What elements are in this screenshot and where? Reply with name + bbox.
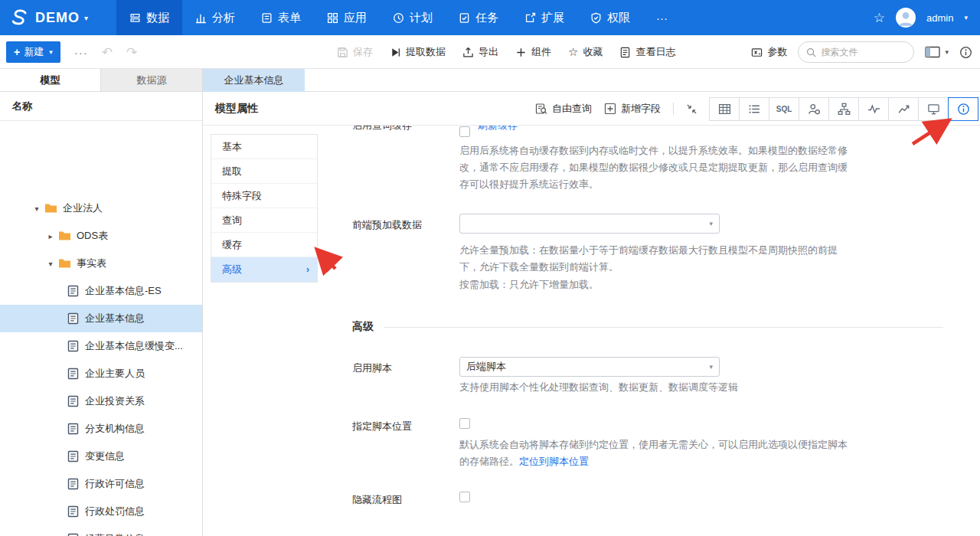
menu-item-basic[interactable]: 基本 xyxy=(211,135,317,159)
doc-tab-active[interactable]: 企业基本信息 xyxy=(203,69,305,92)
menu-item-extract[interactable]: 提取 xyxy=(211,159,317,184)
sql-view-icon[interactable]: SQL xyxy=(769,97,799,121)
extract-data-button[interactable]: 提取数据 xyxy=(390,45,446,59)
monitor-icon[interactable] xyxy=(918,97,949,121)
menu-item-special-fields[interactable]: 特殊字段 xyxy=(211,184,317,208)
add-component-button[interactable]: 组件 xyxy=(515,45,551,59)
tree-item[interactable]: 行政许可信息 xyxy=(0,470,202,498)
nav-tab-permissions[interactable]: 权限 xyxy=(577,0,643,35)
trend-icon[interactable] xyxy=(888,97,919,121)
nav-tab-data[interactable]: 数据 xyxy=(116,0,182,35)
parameter-icon xyxy=(751,47,763,58)
add-field-button[interactable]: 新增字段 xyxy=(604,102,661,116)
tree-item-selected[interactable]: 企业基本信息 xyxy=(0,305,202,332)
tree-folder[interactable]: ▾ 企业法人 xyxy=(0,194,202,222)
table-view-icon[interactable] xyxy=(709,97,740,121)
info-icon[interactable] xyxy=(959,46,972,59)
collapse-icon[interactable] xyxy=(686,103,697,115)
view-logs-label: 查看日志 xyxy=(635,45,675,59)
model-document-icon xyxy=(67,368,79,380)
user-config-icon[interactable] xyxy=(799,97,829,121)
parameters-button[interactable]: 参数 xyxy=(751,45,787,59)
tree-item[interactable]: 企业基本信息缓慢变... xyxy=(0,332,202,360)
section-divider xyxy=(384,327,943,328)
new-button[interactable]: + 新建 ▾ xyxy=(6,41,60,63)
nav-tab-apps[interactable]: 应用 xyxy=(314,0,380,35)
layout-view-icon[interactable] xyxy=(925,46,940,58)
model-document-icon xyxy=(67,505,79,518)
pulse-icon[interactable] xyxy=(858,97,889,121)
model-document-icon xyxy=(67,285,79,297)
toolbar-left-group: + 新建 ▾ ··· ↶ ↷ xyxy=(6,35,137,69)
cache-checkbox[interactable] xyxy=(459,126,470,137)
tree-folder[interactable]: ▾ 事实表 xyxy=(0,250,202,277)
tree-item[interactable]: 变更信息 xyxy=(0,443,202,470)
chevron-right-icon[interactable]: ▸ xyxy=(44,232,57,240)
org-chart-icon[interactable] xyxy=(828,97,859,121)
tree-item[interactable]: 企业主要人员 xyxy=(0,360,202,387)
chevron-down-icon[interactable]: ▾ xyxy=(964,14,968,21)
chevron-down-icon: ▾ xyxy=(84,14,88,22)
panel-header: 模型属性 自由查询 新增字段 SQL xyxy=(203,92,980,126)
undo-icon[interactable]: ↶ xyxy=(102,44,113,60)
tree-item[interactable]: 企业投资关系 xyxy=(0,387,202,415)
folder-icon xyxy=(58,230,71,241)
chevron-down-icon[interactable]: ▾ xyxy=(945,48,949,56)
hide-flowchart-checkbox[interactable] xyxy=(459,492,470,502)
favorite-label: 收藏 xyxy=(583,45,603,59)
component-label: 组件 xyxy=(531,45,551,59)
avatar[interactable] xyxy=(896,8,916,28)
favorite-star-icon[interactable]: ☆ xyxy=(874,10,885,26)
user-name[interactable]: admin xyxy=(926,12,953,24)
redo-icon[interactable]: ↷ xyxy=(126,44,137,60)
script-location-checkbox[interactable] xyxy=(459,418,470,429)
preload-description-1: 允许全量预加载：在数据量小于等于前端缓存数据最大行数且模型不是周期快照的前提下，… xyxy=(459,242,853,276)
menu-item-query[interactable]: 查询 xyxy=(211,208,317,233)
menu-item-cache[interactable]: 缓存 xyxy=(211,233,317,257)
new-button-label: 新建 xyxy=(24,45,44,59)
list-view-icon[interactable] xyxy=(739,97,769,121)
chevron-down-icon[interactable]: ▾ xyxy=(31,204,43,213)
nav-tab-extensions[interactable]: 扩展 xyxy=(511,0,577,35)
view-logs-button[interactable]: 查看日志 xyxy=(619,45,675,59)
brand[interactable]: DEMO ▾ xyxy=(0,8,116,28)
tree-item[interactable]: 分支机构信息 xyxy=(0,415,202,443)
tree-item[interactable]: 企业基本信息-ES xyxy=(0,277,202,305)
tab-model[interactable]: 模型 xyxy=(0,69,101,91)
parameters-label: 参数 xyxy=(767,45,787,59)
refresh-cache-link[interactable]: 刷新缓存 xyxy=(478,126,518,132)
extract-data-label: 提取数据 xyxy=(406,45,446,59)
locate-script-link[interactable]: 定位到脚本位置 xyxy=(519,456,589,467)
search-box[interactable] xyxy=(798,41,914,63)
info-panel-icon[interactable] xyxy=(948,97,978,121)
tree-folder[interactable]: ▸ ODS表 xyxy=(0,222,202,250)
script-select[interactable]: 后端脚本 ▾ xyxy=(459,357,720,377)
tab-datasource[interactable]: 数据源 xyxy=(101,69,202,91)
free-query-icon xyxy=(535,103,547,115)
nav-tab-more[interactable]: ··· xyxy=(643,0,681,35)
chevron-down-icon[interactable]: ▾ xyxy=(44,260,57,268)
preload-description-2: 按需加载：只允许下增量加载。 xyxy=(459,276,853,293)
menu-item-advanced[interactable]: 高级 › xyxy=(211,257,317,282)
nav-tab-label: 应用 xyxy=(344,11,367,25)
script-description: 支持使用脚本个性化处理数据查询、数据更新、数据调度等逻辑 xyxy=(459,379,888,396)
nav-tab-tasks[interactable]: 任务 xyxy=(446,0,511,35)
export-icon xyxy=(462,47,474,58)
free-query-button[interactable]: 自由查询 xyxy=(535,102,592,116)
nav-tab-plans[interactable]: 计划 xyxy=(380,0,446,35)
preload-select[interactable]: ▾ xyxy=(459,214,720,234)
tree-item[interactable]: 经营异常信息 xyxy=(0,525,202,536)
plus-icon xyxy=(515,47,527,58)
advanced-section-header: 高级 xyxy=(352,320,943,334)
export-button[interactable]: 导出 xyxy=(462,45,498,59)
chevron-down-icon: ▾ xyxy=(709,220,713,227)
tree-item[interactable]: 行政处罚信息 xyxy=(0,498,202,525)
favorite-button[interactable]: ☆ 收藏 xyxy=(568,45,603,59)
nav-tab-analysis[interactable]: 分析 xyxy=(182,0,248,35)
export-label: 导出 xyxy=(479,45,498,59)
more-actions-button[interactable]: ··· xyxy=(74,46,88,59)
brand-name: DEMO xyxy=(35,10,80,26)
nav-tab-forms[interactable]: 表单 xyxy=(248,0,314,35)
search-input[interactable] xyxy=(821,47,897,57)
save-button[interactable]: 保存 xyxy=(337,45,373,59)
